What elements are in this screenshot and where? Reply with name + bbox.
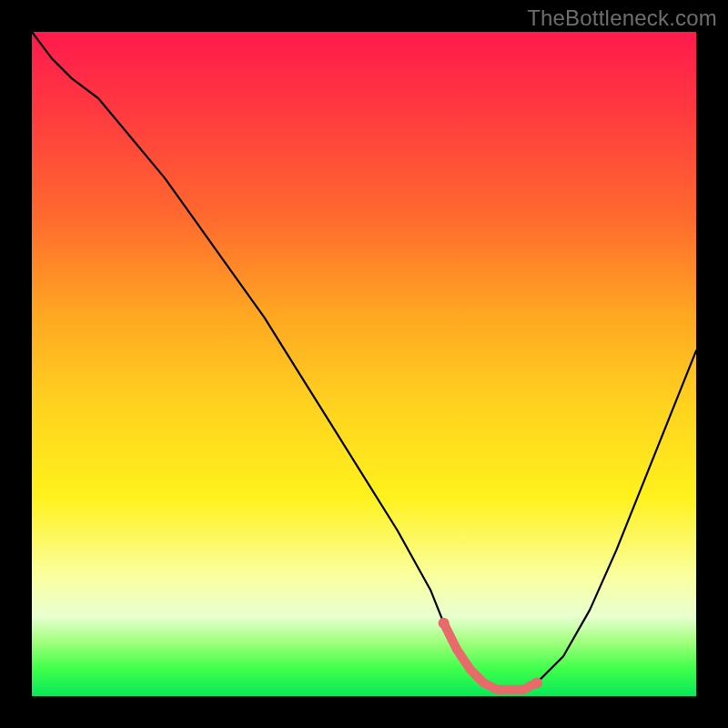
chart-frame: TheBottleneck.com bbox=[0, 0, 728, 728]
watermark-text: TheBottleneck.com bbox=[527, 5, 717, 31]
curve-svg bbox=[32, 32, 696, 696]
bottleneck-curve bbox=[32, 32, 696, 690]
highlight-end-dot bbox=[531, 677, 542, 688]
plot-area bbox=[32, 32, 696, 696]
highlight-start-dot bbox=[439, 618, 450, 629]
sweet-spot-highlight bbox=[444, 623, 537, 690]
